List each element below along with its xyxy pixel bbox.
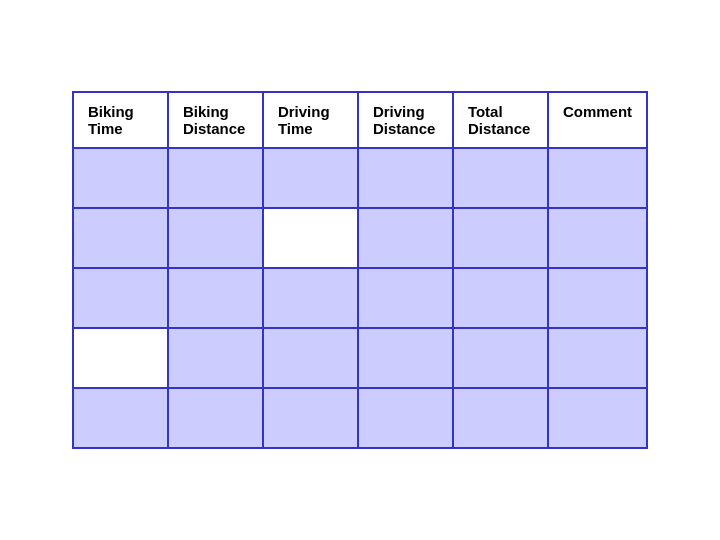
col-biking-distance: BikingDistance [168, 92, 263, 148]
table-cell[interactable] [263, 268, 358, 328]
table-cell[interactable] [548, 388, 647, 448]
table-cell[interactable] [168, 148, 263, 208]
table-cell[interactable] [263, 148, 358, 208]
table-cell[interactable] [73, 208, 168, 268]
table-cell[interactable] [168, 208, 263, 268]
table-cell[interactable] [548, 268, 647, 328]
table-container: BikingTime BikingDistance DrivingTime Dr… [52, 71, 668, 469]
table-row[interactable] [73, 328, 647, 388]
table-cell[interactable] [453, 328, 548, 388]
col-biking-time: BikingTime [73, 92, 168, 148]
table-cell[interactable] [453, 268, 548, 328]
table-row[interactable] [73, 148, 647, 208]
table-cell[interactable] [73, 328, 168, 388]
table-cell[interactable] [168, 268, 263, 328]
table-row[interactable] [73, 268, 647, 328]
col-total-distance: TotalDistance [453, 92, 548, 148]
table-row[interactable] [73, 208, 647, 268]
data-table: BikingTime BikingDistance DrivingTime Dr… [72, 91, 648, 449]
table-cell[interactable] [548, 148, 647, 208]
table-cell[interactable] [358, 328, 453, 388]
table-cell[interactable] [453, 208, 548, 268]
table-cell[interactable] [358, 388, 453, 448]
table-cell[interactable] [263, 388, 358, 448]
table-cell[interactable] [263, 328, 358, 388]
table-cell[interactable] [168, 328, 263, 388]
table-cell[interactable] [358, 268, 453, 328]
table-cell[interactable] [263, 208, 358, 268]
col-driving-distance: DrivingDistance [358, 92, 453, 148]
table-cell[interactable] [73, 148, 168, 208]
table-cell[interactable] [168, 388, 263, 448]
table-cell[interactable] [358, 148, 453, 208]
table-cell[interactable] [548, 328, 647, 388]
col-comment: Comment [548, 92, 647, 148]
header-row: BikingTime BikingDistance DrivingTime Dr… [73, 92, 647, 148]
col-driving-time: DrivingTime [263, 92, 358, 148]
table-cell[interactable] [73, 268, 168, 328]
table-cell[interactable] [453, 148, 548, 208]
table-cell[interactable] [358, 208, 453, 268]
table-cell[interactable] [548, 208, 647, 268]
table-row[interactable] [73, 388, 647, 448]
table-cell[interactable] [453, 388, 548, 448]
table-cell[interactable] [73, 388, 168, 448]
